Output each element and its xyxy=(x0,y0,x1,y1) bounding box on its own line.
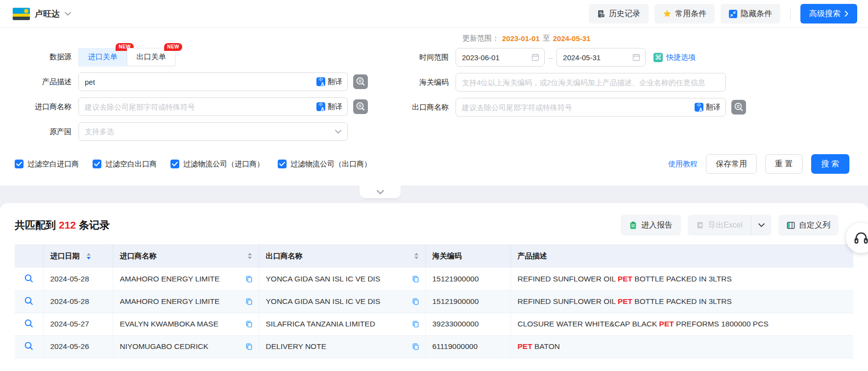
results-table: 进口日期 进口商名称 出口商名称 海关编码 产品描述 xyxy=(15,244,853,358)
exact-match-toggle[interactable] xyxy=(353,99,368,114)
header-import-date[interactable]: 进口日期 xyxy=(43,244,113,268)
time-range-row: 时间范围 2023-06-01 – 2024-05-31 ⌘ 快捷选项 xyxy=(392,48,868,67)
magnifier-icon xyxy=(24,341,33,350)
update-range-from: 2023-01-01 xyxy=(502,34,540,43)
cell-hs-code: 39233000000 xyxy=(425,313,510,335)
exporter-input[interactable] xyxy=(462,103,691,112)
translate-icon: 中A xyxy=(695,103,703,112)
country-selector[interactable]: 卢旺达 xyxy=(13,8,71,20)
update-range: 更新范围： 2023-01-01 至 2024-05-31 xyxy=(392,33,868,44)
search-panel: 数据源 进口关单 NEW 出口关单 NEW 产品描述 xyxy=(0,28,868,186)
filter-blank-exporter-checkbox[interactable]: 过滤空白出口商 xyxy=(93,160,157,169)
header-exporter-name[interactable]: 出口商名称 xyxy=(259,244,425,268)
hide-conditions-button[interactable]: 隐藏条件 xyxy=(721,4,780,23)
history-button-label: 历史记录 xyxy=(609,9,640,19)
copy-icon[interactable] xyxy=(245,275,253,283)
copy-icon[interactable] xyxy=(245,343,253,350)
calendar-icon xyxy=(531,53,539,61)
date-from-input[interactable]: 2023-06-01 xyxy=(456,48,545,67)
desc-text: BOTTLE PACKED IN 3LTRS xyxy=(632,297,732,305)
update-range-to: 2024-05-31 xyxy=(553,34,591,43)
view-detail-button[interactable] xyxy=(22,339,35,354)
tutorial-link[interactable]: 使用教程 xyxy=(668,160,698,169)
favorites-button-label: 常用条件 xyxy=(675,9,706,19)
cell-importer-name: EVALYN KWAMBOKA MASE xyxy=(120,320,241,328)
topbar: 卢旺达 历史记录 常用条件 隐藏条件 高级搜索 xyxy=(0,0,868,28)
update-range-label: 更新范围： xyxy=(462,34,499,43)
translate-button[interactable]: 中A 翻译 xyxy=(313,102,342,112)
advanced-search-button[interactable]: 高级搜索 xyxy=(800,4,857,23)
cell-hs-code: 61119000000 xyxy=(425,335,510,358)
product-desc-input[interactable] xyxy=(85,78,313,86)
filter-logistics-importer-checkbox[interactable]: 过滤物流公司（进口商） xyxy=(170,160,264,169)
filter-blank-importer-checkbox[interactable]: 过滤空白进口商 xyxy=(15,160,79,169)
quick-options-link[interactable]: ⌘ 快捷选项 xyxy=(653,53,696,62)
cell-import-date: 2024-05-28 xyxy=(43,268,113,290)
enter-report-label: 进入报告 xyxy=(641,220,673,231)
origin-country-select[interactable]: 支持多选 xyxy=(78,122,348,141)
datasource-label: 数据源 xyxy=(0,52,78,62)
cell-hs-code: 15121900000 xyxy=(425,268,510,290)
favorites-button[interactable]: 常用条件 xyxy=(654,4,715,23)
star-icon xyxy=(663,9,672,18)
copy-icon[interactable] xyxy=(412,275,419,283)
customize-columns-button[interactable]: 自定义列 xyxy=(778,215,839,235)
date-to-value: 2024-05-31 xyxy=(563,53,632,62)
translate-button[interactable]: 中A 翻译 xyxy=(313,77,342,87)
translate-button[interactable]: 中A 翻译 xyxy=(691,103,721,112)
cell-exporter-name: YONCA GIDA SAN ISL IC VE DIS xyxy=(266,275,408,283)
save-favorite-button[interactable]: 保存常用 xyxy=(706,154,757,174)
tab-import-declaration[interactable]: 进口关单 NEW xyxy=(78,48,127,66)
copy-icon[interactable] xyxy=(412,320,419,328)
view-detail-button[interactable] xyxy=(22,294,35,309)
enter-report-button[interactable]: 进入报告 xyxy=(621,215,681,235)
topbar-divider xyxy=(790,7,791,20)
date-to-input[interactable]: 2024-05-31 xyxy=(556,48,646,67)
filter-label: 过滤空白出口商 xyxy=(105,160,157,169)
copy-icon[interactable] xyxy=(245,298,253,305)
filter-logistics-exporter-checkbox[interactable]: 过滤物流公司（出口商） xyxy=(278,160,371,169)
country-name: 卢旺达 xyxy=(35,8,60,20)
sort-toggle[interactable] xyxy=(248,253,252,259)
rwanda-flag-icon xyxy=(13,8,30,20)
cell-import-date: 2024-05-28 xyxy=(43,290,113,313)
export-options-caret[interactable] xyxy=(751,215,772,235)
exporter-row: 出口商名称 中A 翻译 xyxy=(392,98,868,116)
header-label: 海关编码 xyxy=(433,252,462,260)
translate-icon: 中A xyxy=(316,102,325,111)
count-prefix: 共匹配到 xyxy=(15,219,56,231)
chevron-down-icon xyxy=(758,223,765,227)
magnifier-icon xyxy=(24,296,33,305)
reset-button[interactable]: 重 置 xyxy=(765,154,802,174)
headset-icon xyxy=(853,230,868,246)
history-button[interactable]: 历史记录 xyxy=(589,4,649,23)
importer-input[interactable] xyxy=(85,103,313,111)
copy-icon[interactable] xyxy=(245,320,253,328)
sort-toggle[interactable] xyxy=(87,253,91,259)
copy-icon[interactable] xyxy=(412,298,419,305)
collapse-panel-handle[interactable] xyxy=(360,186,401,198)
chevron-down-icon xyxy=(335,130,341,134)
cell-product-desc: REFINED SUNFLOWER OIL PET BOTTLE PACKED … xyxy=(510,290,853,313)
exact-match-toggle[interactable] xyxy=(731,100,746,115)
exact-match-toggle[interactable] xyxy=(353,74,368,89)
export-excel-label: 导出Excel xyxy=(708,220,743,231)
tab-export-declaration[interactable]: 出口关单 NEW xyxy=(127,48,175,66)
export-excel-button[interactable]: 导出Excel xyxy=(688,215,751,235)
cell-importer-name: NIYOMUGABO CEDRICK xyxy=(120,342,241,351)
sort-toggle[interactable] xyxy=(414,253,418,259)
exact-match-icon xyxy=(353,74,368,89)
search-button[interactable]: 搜 索 xyxy=(811,154,849,174)
translate-label: 翻译 xyxy=(328,77,342,87)
results-toolbar: 进入报告 导出Excel 自定义列 xyxy=(621,215,839,235)
hs-code-input[interactable] xyxy=(462,78,721,87)
cell-importer-name: AMAHORO ENERGY LIMITE xyxy=(120,297,241,306)
view-detail-button[interactable] xyxy=(22,317,35,331)
columns-icon xyxy=(787,221,795,230)
copy-icon[interactable] xyxy=(412,343,419,350)
checkbox-checked-icon xyxy=(15,160,24,168)
chevron-down-icon xyxy=(65,12,71,16)
chevron-down-icon xyxy=(377,190,384,194)
view-detail-button[interactable] xyxy=(22,272,35,286)
header-importer-name[interactable]: 进口商名称 xyxy=(113,244,259,268)
